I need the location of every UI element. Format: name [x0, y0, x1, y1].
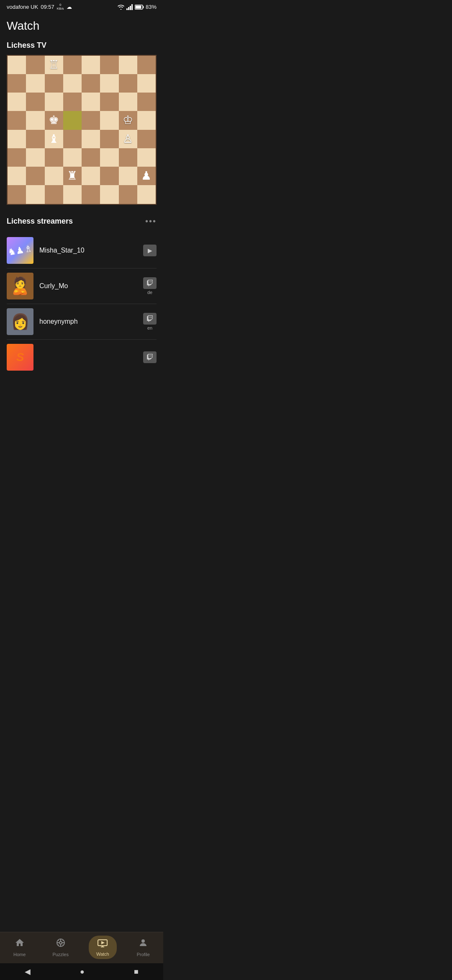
- kb-indicator: 0KB/s: [57, 3, 64, 11]
- svg-rect-6: [135, 5, 141, 8]
- chess-cell: [45, 167, 63, 185]
- chess-cell: [100, 74, 118, 93]
- chess-cell: [26, 56, 44, 74]
- chess-cell: [82, 130, 100, 148]
- twitch-icon-fourth: [143, 351, 157, 363]
- chess-cell: [26, 148, 44, 167]
- misha-avatar-pieces: ♞♟♗: [7, 243, 33, 258]
- chess-cell: ♙: [119, 130, 137, 148]
- chess-cell: [119, 56, 137, 74]
- chess-cell: [82, 185, 100, 204]
- chess-cell: [82, 74, 100, 93]
- chess-cell: [63, 111, 82, 129]
- chess-cell: [8, 185, 26, 204]
- streamer-platform-misha: ▶: [143, 245, 157, 256]
- streamer-name-curly: Curly_Mo: [39, 282, 137, 290]
- twitch-icon-curly: [143, 277, 157, 289]
- streamer-name-misha: Misha_Star_10: [39, 247, 137, 254]
- chess-cell: [8, 93, 26, 111]
- chess-cell: [119, 148, 137, 167]
- chess-cell: [63, 130, 82, 148]
- chess-cell: [137, 74, 156, 93]
- streamer-item-honey[interactable]: 👩 honeynymph en: [0, 304, 163, 339]
- streamer-item-misha[interactable]: ♞♟♗ Misha_Star_10 ▶: [0, 233, 163, 268]
- chess-cell: [137, 56, 156, 74]
- svg-rect-3: [131, 4, 133, 10]
- chess-cell: [8, 148, 26, 167]
- twitch-icon-honey: [143, 313, 157, 325]
- cloud-icon: ☁: [67, 4, 72, 10]
- streamer-item-curly[interactable]: 🙎 Curly_Mo de: [0, 268, 163, 304]
- chess-cell: ♖: [45, 56, 63, 74]
- streamer-avatar-fourth: S: [7, 344, 33, 371]
- chess-cell: [63, 74, 82, 93]
- chess-board: ♖♚♔♝♙♜♟: [7, 55, 157, 205]
- status-bar: vodafone UK 09:57 0KB/s ☁ 83%: [0, 0, 163, 13]
- chess-cell: [100, 167, 118, 185]
- chess-cell: [26, 74, 44, 93]
- chess-cell: [26, 167, 44, 185]
- chess-cell: [63, 93, 82, 111]
- svg-rect-5: [143, 6, 144, 8]
- chess-cell: [8, 56, 26, 74]
- chess-cell: [45, 185, 63, 204]
- streamers-title: Lichess streamers: [7, 217, 73, 226]
- carrier-label: vodafone UK: [7, 4, 38, 10]
- chess-cell: [63, 148, 82, 167]
- chess-cell: [137, 93, 156, 111]
- chess-cell: ♟: [137, 167, 156, 185]
- svg-rect-2: [130, 6, 131, 10]
- chess-cell: [8, 167, 26, 185]
- curly-lang: de: [147, 290, 152, 295]
- chess-cell: [137, 148, 156, 167]
- streamer-platform-curly: de: [143, 277, 157, 295]
- chess-cell: ♜: [63, 167, 82, 185]
- svg-rect-0: [126, 8, 128, 10]
- chess-cell: [137, 130, 156, 148]
- chess-cell: [100, 130, 118, 148]
- lichess-tv-title: Lichess TV: [0, 41, 163, 55]
- chess-board-container[interactable]: ♖♚♔♝♙♜♟: [0, 55, 163, 205]
- chess-cell: [8, 130, 26, 148]
- chess-cell: [100, 93, 118, 111]
- chess-cell: [8, 74, 26, 93]
- chess-cell: [63, 185, 82, 204]
- streamer-item-fourth[interactable]: S: [0, 340, 163, 375]
- chess-cell: [82, 111, 100, 129]
- page-title: Watch: [0, 13, 163, 41]
- chess-cell: [119, 74, 137, 93]
- svg-rect-1: [128, 7, 129, 10]
- chess-cell: [63, 56, 82, 74]
- chess-cell: [100, 111, 118, 129]
- chess-cell: [26, 93, 44, 111]
- streamers-more-button[interactable]: •••: [145, 217, 157, 226]
- chess-cell: [119, 185, 137, 204]
- streamer-platform-fourth: [143, 351, 157, 363]
- chess-cell: ♚: [45, 111, 63, 129]
- chess-cell: [100, 148, 118, 167]
- chess-cell: ♔: [119, 111, 137, 129]
- chess-cell: [26, 185, 44, 204]
- signal-icon: [126, 4, 133, 10]
- chess-cell: [82, 148, 100, 167]
- streamer-avatar-curly: 🙎: [7, 273, 33, 299]
- chess-cell: [137, 111, 156, 129]
- chess-cell: [82, 167, 100, 185]
- chess-cell: [100, 185, 118, 204]
- streamer-name-honey: honeynymph: [39, 318, 137, 325]
- chess-cell: [119, 167, 137, 185]
- chess-cell: [45, 148, 63, 167]
- chess-cell: ♝: [45, 130, 63, 148]
- chess-cell: [100, 56, 118, 74]
- battery-label: 83%: [146, 4, 157, 10]
- honey-lang: en: [147, 325, 152, 330]
- chess-cell: [45, 74, 63, 93]
- youtube-icon-misha: ▶: [143, 245, 157, 256]
- chess-cell: [26, 130, 44, 148]
- streamers-header: Lichess streamers •••: [0, 217, 163, 233]
- chess-cell: [82, 93, 100, 111]
- chess-cell: [26, 111, 44, 129]
- streamer-avatar-misha: ♞♟♗: [7, 237, 33, 264]
- battery-icon: [135, 5, 144, 10]
- chess-cell: [82, 56, 100, 74]
